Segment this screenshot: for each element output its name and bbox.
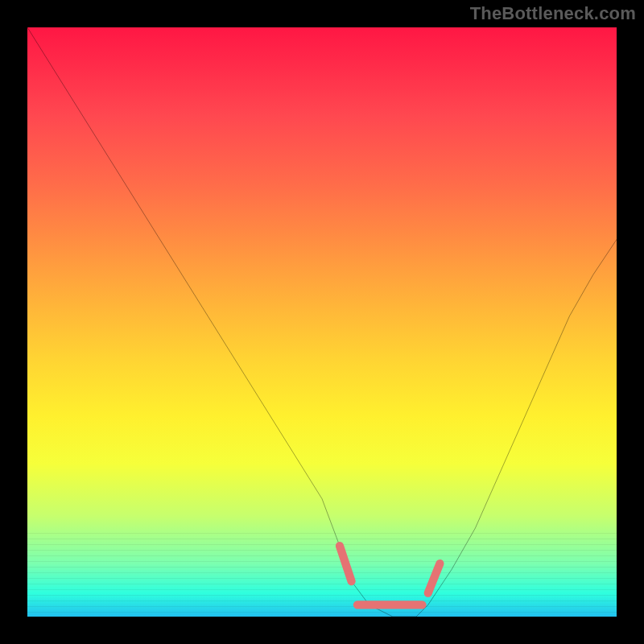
curve-layer [27,27,617,617]
plot-area [27,27,617,617]
bottleneck-curve [27,27,617,617]
optimal-seg-right [428,564,440,593]
optimal-highlight [340,546,440,605]
optimal-seg-left [340,546,352,581]
chart-frame: TheBottleneck.com [0,0,644,644]
attribution-watermark: TheBottleneck.com [470,3,636,24]
